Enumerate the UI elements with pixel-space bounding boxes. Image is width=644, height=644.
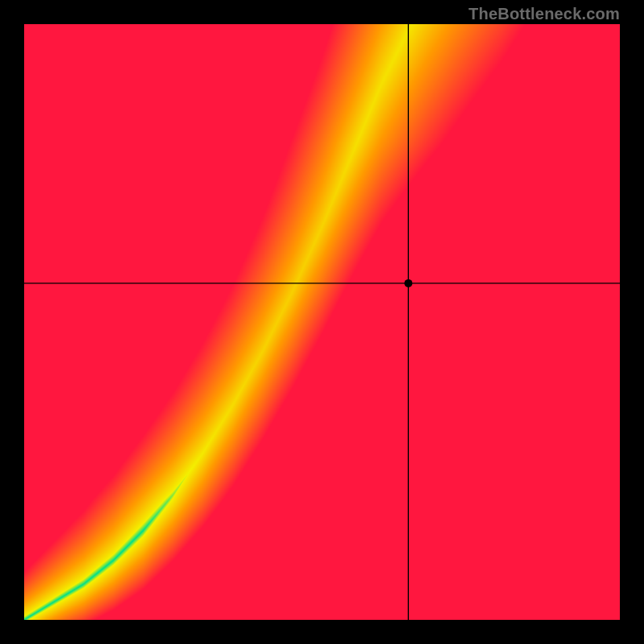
watermark-text: TheBottleneck.com bbox=[469, 5, 620, 23]
chart-container: TheBottleneck.com bbox=[0, 0, 644, 644]
plot-area bbox=[24, 24, 620, 620]
bottleneck-heatmap bbox=[24, 24, 620, 620]
